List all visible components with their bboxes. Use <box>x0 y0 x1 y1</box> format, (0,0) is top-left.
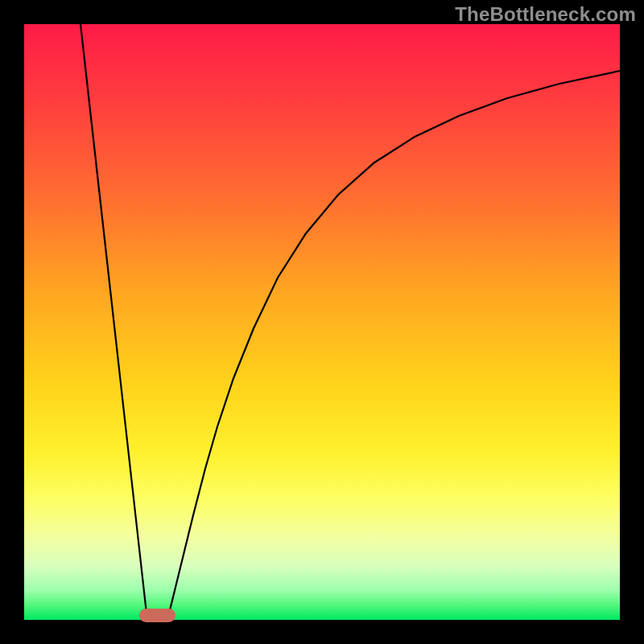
plot-area <box>24 24 620 620</box>
bottleneck-marker <box>139 609 175 622</box>
left-descent-line <box>80 24 147 613</box>
curve-layer <box>24 24 620 620</box>
watermark-text: TheBottleneck.com <box>455 3 636 26</box>
right-curve-line <box>169 71 620 613</box>
chart-frame: TheBottleneck.com <box>0 0 644 644</box>
